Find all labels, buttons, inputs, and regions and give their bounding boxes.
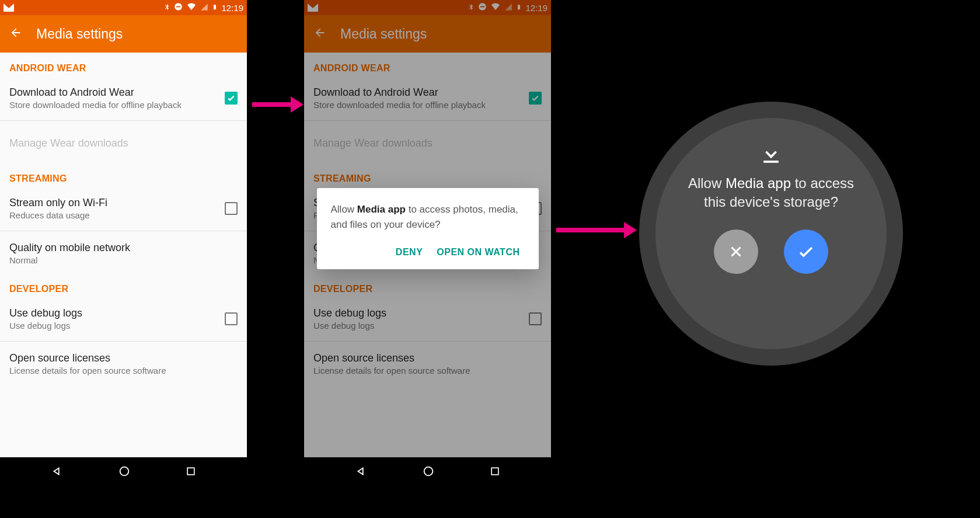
dialog-prefix: Allow <box>331 204 357 215</box>
checkbox-unchecked[interactable] <box>225 312 238 325</box>
checkbox-checked[interactable] <box>225 92 238 105</box>
dialog-scrim: Allow Media app to access photos, media,… <box>304 0 551 457</box>
pref-quality-mobile[interactable]: Quality on mobile network Normal <box>0 234 247 273</box>
nav-back-icon[interactable] <box>51 465 64 480</box>
wifi-icon <box>186 3 197 13</box>
pref-subtitle: Reduces data usage <box>9 210 215 220</box>
dialog-app-name: Media app <box>357 204 406 215</box>
watch-allow-button[interactable] <box>784 230 828 274</box>
status-bar: 12:19 <box>0 0 247 15</box>
section-android-wear: ANDROID WEAR <box>0 53 247 78</box>
battery-icon <box>212 2 218 13</box>
dnd-icon <box>174 2 183 13</box>
phone-screenshot-2: 12:19 Media settings ANDROID WEAR Downlo… <box>304 0 551 488</box>
pref-oss-licenses[interactable]: Open source licenses License details for… <box>0 344 247 384</box>
pref-stream-wifi[interactable]: Stream only on Wi-Fi Reduces data usage <box>0 189 247 228</box>
permission-dialog: Allow Media app to access photos, media,… <box>317 188 539 269</box>
watch-bezel: Allow Media app to access this device's … <box>639 102 903 366</box>
pref-title: Manage Wear downloads <box>9 137 238 150</box>
pref-manage-wear-downloads[interactable]: Manage Wear downloads <box>0 123 247 163</box>
section-developer: DEVELOPER <box>0 273 247 299</box>
watch-deny-button[interactable] <box>714 230 758 274</box>
pref-title: Open source licenses <box>9 352 238 364</box>
status-time: 12:19 <box>221 3 243 13</box>
pref-title: Download to Android Wear <box>9 86 215 99</box>
svg-point-2 <box>120 467 128 476</box>
pref-debug-logs[interactable]: Use debug logs Use debug logs <box>0 299 247 339</box>
watch-face: Allow Media app to access this device's … <box>655 118 887 349</box>
app-bar: Media settings <box>0 15 247 53</box>
flow-arrow-2 <box>556 228 626 232</box>
section-streaming: STREAMING <box>0 163 247 189</box>
back-icon[interactable] <box>9 26 22 41</box>
signal-icon <box>200 3 208 13</box>
flow-arrow-1 <box>252 102 293 107</box>
svg-rect-3 <box>187 468 194 475</box>
nav-recent-icon[interactable] <box>185 465 197 479</box>
svg-rect-7 <box>491 468 498 475</box>
pref-title: Quality on mobile network <box>9 242 238 254</box>
divider <box>0 120 247 121</box>
nav-back-icon[interactable] <box>355 465 368 480</box>
bluetooth-icon <box>163 2 170 13</box>
watch-app-name: Media app <box>726 175 791 191</box>
nav-home-icon[interactable] <box>118 465 131 480</box>
nav-home-icon[interactable] <box>422 465 435 480</box>
nav-bar <box>304 457 551 488</box>
watch-prefix: Allow <box>688 175 726 191</box>
download-icon <box>758 141 784 169</box>
deny-button[interactable]: DENY <box>396 247 423 258</box>
svg-point-6 <box>424 467 433 476</box>
pref-title: Use debug logs <box>9 307 215 319</box>
svg-rect-1 <box>176 6 181 8</box>
pref-subtitle: Store downloaded media for offline playb… <box>9 100 215 110</box>
divider <box>0 231 247 231</box>
app-title: Media settings <box>36 26 123 42</box>
pref-subtitle: Use debug logs <box>9 321 215 331</box>
gmail-icon <box>4 4 14 12</box>
nav-bar <box>0 457 247 488</box>
divider <box>0 341 247 342</box>
watch-message: Allow Media app to access this device's … <box>655 174 887 212</box>
pref-subtitle: Normal <box>9 255 238 265</box>
pref-title: Stream only on Wi-Fi <box>9 197 215 209</box>
nav-recent-icon[interactable] <box>489 465 501 479</box>
dialog-message: Allow Media app to access photos, media,… <box>331 202 525 232</box>
checkbox-unchecked[interactable] <box>225 202 238 215</box>
open-on-watch-button[interactable]: OPEN ON WATCH <box>437 247 519 258</box>
pref-download-to-wear[interactable]: Download to Android Wear Store downloade… <box>0 78 247 118</box>
phone-screenshot-1: 12:19 Media settings ANDROID WEAR Downlo… <box>0 0 247 488</box>
pref-subtitle: License details for open source software <box>9 366 238 376</box>
